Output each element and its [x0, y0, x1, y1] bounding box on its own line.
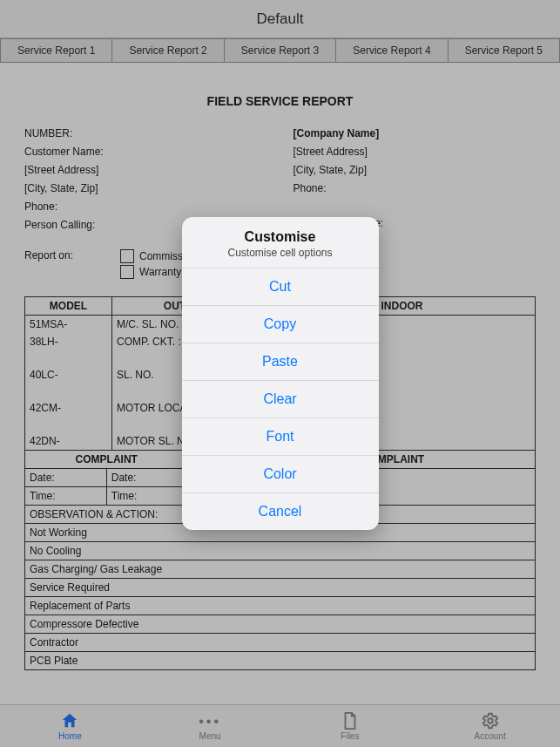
customise-sheet: Customise Customise cell options Cut Cop… — [182, 217, 379, 530]
paste-button[interactable]: Paste — [182, 343, 379, 380]
sheet-subtitle: Customise cell options — [191, 247, 370, 259]
font-button[interactable]: Font — [182, 418, 379, 455]
color-button[interactable]: Color — [182, 455, 379, 492]
cut-button[interactable]: Cut — [182, 268, 379, 305]
modal-overlay[interactable]: Customise Customise cell options Cut Cop… — [0, 0, 560, 747]
copy-button[interactable]: Copy — [182, 305, 379, 343]
clear-button[interactable]: Clear — [182, 380, 379, 418]
sheet-title: Customise — [191, 229, 370, 245]
cancel-button[interactable]: Cancel — [182, 492, 379, 530]
